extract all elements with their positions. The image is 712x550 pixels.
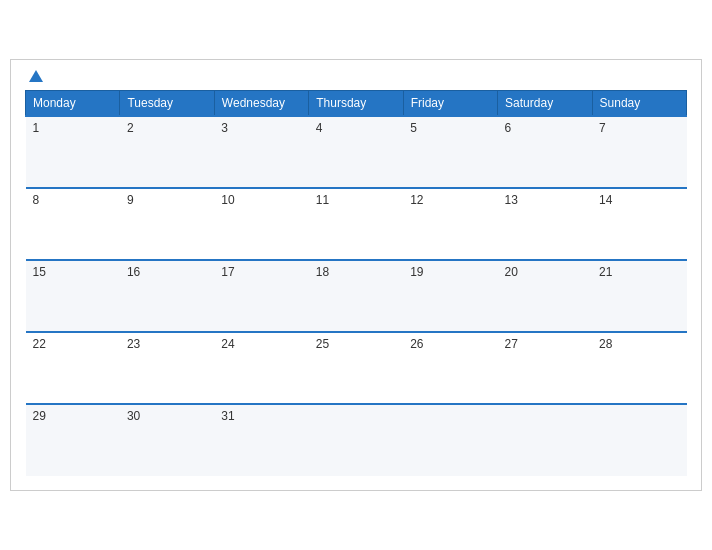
day-number: 29 <box>33 409 46 423</box>
day-number: 13 <box>505 193 518 207</box>
day-number: 6 <box>505 121 512 135</box>
calendar-cell: 4 <box>309 116 403 188</box>
weekday-header-friday: Friday <box>403 91 497 117</box>
day-number: 31 <box>221 409 234 423</box>
calendar-header <box>25 70 687 82</box>
day-number: 3 <box>221 121 228 135</box>
calendar-container: MondayTuesdayWednesdayThursdayFridaySatu… <box>10 59 702 491</box>
day-number: 17 <box>221 265 234 279</box>
logo-triangle-icon <box>29 70 43 82</box>
calendar-cell: 25 <box>309 332 403 404</box>
calendar-cell: 22 <box>26 332 120 404</box>
week-row-2: 891011121314 <box>26 188 687 260</box>
day-number: 10 <box>221 193 234 207</box>
calendar-cell: 26 <box>403 332 497 404</box>
logo-blue-text <box>25 70 43 82</box>
calendar-cell <box>403 404 497 476</box>
calendar-cell: 9 <box>120 188 214 260</box>
day-number: 18 <box>316 265 329 279</box>
day-number: 23 <box>127 337 140 351</box>
calendar-cell <box>592 404 686 476</box>
calendar-cell: 16 <box>120 260 214 332</box>
calendar-cell: 28 <box>592 332 686 404</box>
calendar-cell: 8 <box>26 188 120 260</box>
calendar-cell: 19 <box>403 260 497 332</box>
day-number: 27 <box>505 337 518 351</box>
calendar-cell: 21 <box>592 260 686 332</box>
calendar-cell: 30 <box>120 404 214 476</box>
weekday-header-monday: Monday <box>26 91 120 117</box>
logo <box>25 70 43 82</box>
calendar-cell: 11 <box>309 188 403 260</box>
day-number: 12 <box>410 193 423 207</box>
calendar-cell: 17 <box>214 260 308 332</box>
week-row-3: 15161718192021 <box>26 260 687 332</box>
day-number: 1 <box>33 121 40 135</box>
day-number: 22 <box>33 337 46 351</box>
calendar-cell: 24 <box>214 332 308 404</box>
calendar-cell <box>498 404 592 476</box>
week-row-5: 293031 <box>26 404 687 476</box>
day-number: 26 <box>410 337 423 351</box>
day-number: 5 <box>410 121 417 135</box>
weekday-header-thursday: Thursday <box>309 91 403 117</box>
calendar-cell: 5 <box>403 116 497 188</box>
weekday-header-wednesday: Wednesday <box>214 91 308 117</box>
day-number: 28 <box>599 337 612 351</box>
day-number: 9 <box>127 193 134 207</box>
day-number: 19 <box>410 265 423 279</box>
week-row-1: 1234567 <box>26 116 687 188</box>
calendar-cell: 3 <box>214 116 308 188</box>
calendar-cell <box>309 404 403 476</box>
day-number: 8 <box>33 193 40 207</box>
calendar-cell: 12 <box>403 188 497 260</box>
weekday-header-row: MondayTuesdayWednesdayThursdayFridaySatu… <box>26 91 687 117</box>
calendar-cell: 13 <box>498 188 592 260</box>
calendar-cell: 20 <box>498 260 592 332</box>
day-number: 4 <box>316 121 323 135</box>
day-number: 21 <box>599 265 612 279</box>
calendar-grid: MondayTuesdayWednesdayThursdayFridaySatu… <box>25 90 687 476</box>
calendar-cell: 10 <box>214 188 308 260</box>
calendar-cell: 6 <box>498 116 592 188</box>
day-number: 20 <box>505 265 518 279</box>
day-number: 24 <box>221 337 234 351</box>
calendar-cell: 27 <box>498 332 592 404</box>
calendar-cell: 1 <box>26 116 120 188</box>
day-number: 7 <box>599 121 606 135</box>
day-number: 30 <box>127 409 140 423</box>
calendar-cell: 18 <box>309 260 403 332</box>
calendar-cell: 31 <box>214 404 308 476</box>
calendar-cell: 23 <box>120 332 214 404</box>
day-number: 14 <box>599 193 612 207</box>
day-number: 11 <box>316 193 329 207</box>
calendar-cell: 2 <box>120 116 214 188</box>
day-number: 16 <box>127 265 140 279</box>
calendar-cell: 15 <box>26 260 120 332</box>
weekday-header-saturday: Saturday <box>498 91 592 117</box>
day-number: 2 <box>127 121 134 135</box>
day-number: 15 <box>33 265 46 279</box>
day-number: 25 <box>316 337 329 351</box>
calendar-cell: 7 <box>592 116 686 188</box>
weekday-header-sunday: Sunday <box>592 91 686 117</box>
calendar-cell: 14 <box>592 188 686 260</box>
weekday-header-tuesday: Tuesday <box>120 91 214 117</box>
calendar-cell: 29 <box>26 404 120 476</box>
week-row-4: 22232425262728 <box>26 332 687 404</box>
